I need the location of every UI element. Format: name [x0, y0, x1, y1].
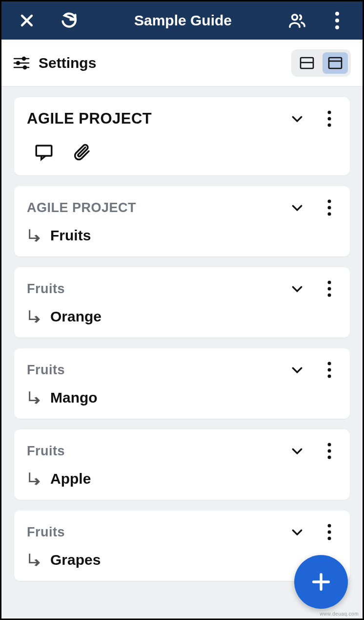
- item-card[interactable]: Fruits Orange: [14, 267, 350, 338]
- svg-rect-12: [329, 58, 342, 68]
- expand-button[interactable]: [287, 522, 307, 542]
- subtask-arrow-icon: [27, 470, 43, 487]
- svg-point-14: [328, 111, 331, 114]
- svg-point-30: [328, 524, 331, 528]
- svg-point-7: [17, 62, 20, 64]
- app-frame: Sample Guide Settings: [0, 0, 364, 620]
- subtask-arrow-icon: [27, 227, 43, 244]
- svg-rect-17: [36, 146, 52, 156]
- project-root-card[interactable]: AGILE PROJECT: [14, 97, 350, 175]
- svg-point-18: [328, 200, 331, 203]
- svg-point-23: [328, 294, 331, 297]
- expand-button[interactable]: [287, 279, 307, 299]
- refresh-button[interactable]: [56, 8, 81, 33]
- svg-point-15: [328, 117, 331, 121]
- settings-label[interactable]: Settings: [39, 55, 96, 71]
- svg-point-29: [328, 456, 331, 459]
- item-card[interactable]: Fruits Apple: [14, 429, 350, 500]
- svg-point-16: [328, 124, 331, 127]
- expand-button[interactable]: [287, 198, 307, 217]
- svg-point-19: [328, 206, 331, 210]
- svg-point-20: [328, 213, 331, 216]
- item-card[interactable]: Fruits Mango: [14, 348, 350, 419]
- expand-button[interactable]: [287, 109, 307, 128]
- people-button[interactable]: [284, 8, 310, 33]
- overflow-menu-button[interactable]: [324, 8, 350, 33]
- parent-label: Fruits: [27, 281, 287, 297]
- item-card[interactable]: AGILE PROJECT Fruits: [14, 186, 350, 257]
- svg-point-28: [328, 449, 331, 453]
- svg-point-24: [328, 362, 331, 365]
- svg-point-1: [335, 12, 339, 16]
- view-option-stack[interactable]: [294, 52, 320, 74]
- svg-point-27: [328, 443, 331, 447]
- settings-icon[interactable]: [13, 56, 30, 70]
- item-menu-button[interactable]: [322, 441, 337, 461]
- root-title: AGILE PROJECT: [27, 110, 287, 128]
- svg-point-31: [328, 531, 331, 534]
- close-button[interactable]: [14, 8, 40, 33]
- svg-point-3: [335, 25, 339, 29]
- child-label: Mango: [50, 389, 98, 406]
- comment-icon[interactable]: [34, 142, 54, 163]
- item-menu-button[interactable]: [322, 109, 337, 128]
- item-menu-button[interactable]: [322, 279, 337, 299]
- svg-point-9: [23, 66, 26, 69]
- parent-label: Fruits: [27, 444, 287, 459]
- item-menu-button[interactable]: [322, 522, 337, 542]
- expand-button[interactable]: [287, 441, 307, 461]
- child-label: Grapes: [50, 552, 101, 568]
- subtask-arrow-icon: [27, 308, 43, 325]
- subtask-arrow-icon: [27, 552, 43, 568]
- settings-bar: Settings: [1, 40, 363, 86]
- view-toggle: [291, 49, 351, 77]
- svg-point-22: [328, 287, 331, 291]
- svg-point-26: [328, 375, 331, 378]
- svg-point-25: [328, 368, 331, 372]
- view-option-card[interactable]: [323, 52, 348, 74]
- svg-point-5: [22, 57, 25, 60]
- child-label: Fruits: [50, 227, 91, 244]
- page-title: Sample Guide: [81, 12, 284, 29]
- subtask-arrow-icon: [27, 389, 43, 406]
- card-list: AGILE PROJECT AGILE PROJECT: [1, 86, 363, 592]
- parent-label: AGILE PROJECT: [27, 200, 287, 215]
- svg-point-21: [328, 281, 331, 284]
- watermark: www.deuaq.com: [320, 611, 359, 617]
- attachment-icon[interactable]: [72, 142, 92, 163]
- add-fab[interactable]: [294, 555, 348, 609]
- svg-point-0: [292, 15, 298, 20]
- item-menu-button[interactable]: [322, 360, 337, 380]
- child-label: Apple: [50, 470, 91, 487]
- expand-button[interactable]: [287, 360, 307, 380]
- svg-point-32: [328, 537, 331, 540]
- parent-label: Fruits: [27, 363, 287, 378]
- parent-label: Fruits: [27, 525, 287, 540]
- child-label: Orange: [50, 308, 101, 325]
- item-menu-button[interactable]: [322, 198, 337, 217]
- svg-point-2: [335, 19, 339, 22]
- top-bar: Sample Guide: [1, 1, 363, 40]
